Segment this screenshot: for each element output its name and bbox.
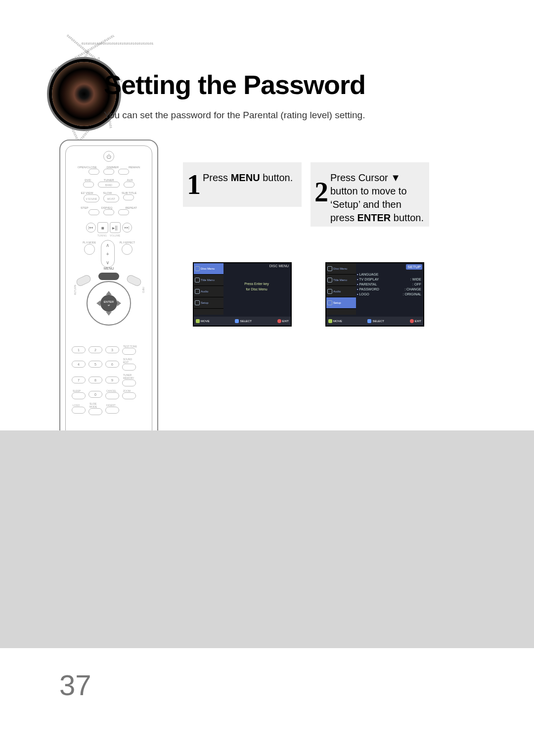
band-button: BAND [98, 182, 120, 188]
osd-setup-menu: DVD RECEIVER SETUP Disc Menu Title Menu … [325, 262, 424, 327]
step-text: Press MENU button. [203, 171, 297, 185]
setup-row: • LOGO: ORIGINAL [357, 292, 421, 296]
digest-button [105, 407, 119, 414]
down-arrow-icon [106, 312, 112, 316]
return-label: RETURN [74, 285, 77, 295]
sound-edit-button [122, 364, 136, 371]
label: ZOOM [123, 389, 137, 392]
return-button [75, 274, 92, 287]
audio-icon [327, 289, 332, 294]
power-button: ⏻ [103, 151, 114, 162]
title-icon [327, 278, 332, 283]
exit-icon [277, 319, 281, 323]
setup-icon [195, 300, 200, 305]
label: TUNER MEMORY [123, 374, 137, 379]
osd-body: • LANGUAGE • TV DISPLAY: WIDE • PARENTAL… [357, 271, 421, 314]
step-number: 2 [314, 176, 328, 208]
up-arrow-icon [106, 291, 112, 295]
page-subtitle: You can set the password for the Parenta… [104, 110, 365, 121]
osd-section: DISC MENU [269, 264, 289, 268]
dvd-button [83, 182, 94, 188]
info-button [126, 274, 142, 287]
plii-mode-button [84, 244, 95, 255]
osd-tab: Title Menu [194, 275, 223, 286]
left-arrow-icon [96, 300, 100, 306]
prev-button: |◂◂ [86, 223, 96, 233]
step-1-card: 1 Press MENU button. [183, 162, 302, 207]
move-icon [328, 319, 332, 323]
audio-icon [195, 289, 200, 294]
key-1: 1 [72, 346, 86, 353]
stop-button: ■ [97, 222, 108, 233]
key-3: 3 [105, 346, 119, 353]
label: REMAIN [129, 166, 140, 169]
label: TUNING [97, 234, 107, 237]
exit-icon [410, 319, 414, 323]
osd-tab: Disc Menu [194, 263, 223, 275]
setup-row: • PARENTAL: OFF [357, 283, 421, 286]
setup-row: • PASSWORD: CHANGE [357, 287, 421, 291]
osd-tab: Disc Menu [326, 263, 356, 275]
test-tone-button [122, 348, 136, 355]
key-5: 5 [89, 361, 102, 368]
label: STEP [81, 206, 89, 209]
label: VOLUME [110, 234, 120, 237]
volume-rocker: ∧+∨ [101, 240, 115, 268]
select-icon [235, 319, 239, 323]
dpad-ring: ENTER↵ [87, 281, 131, 326]
key-2: 2 [89, 346, 102, 353]
cancel-button [105, 392, 119, 399]
dimmer-button [103, 169, 114, 175]
next-button: ▸▸| [122, 223, 132, 233]
key-8: 8 [89, 377, 102, 383]
key-4: 4 [72, 361, 86, 368]
remote-body: ⏻ OPEN/CLOSE DIMMER REMAIN DVD TUNER AUX… [65, 145, 152, 470]
disc-icon [195, 266, 200, 271]
setup-row: • LANGUAGE [357, 273, 421, 276]
osd-tab: Audio [326, 286, 356, 297]
navigation-pad: MENU RETURN INFO ENTER↵ [79, 274, 138, 333]
label: CANCEL [106, 389, 120, 392]
page-number: 37 [59, 668, 91, 702]
step-number: 1 [187, 169, 201, 200]
dsp-button [103, 209, 114, 215]
osd-tab: Setup [326, 297, 356, 309]
osd-body: Press Enter key for Disc Menu [224, 271, 289, 314]
remain-button [118, 169, 129, 175]
enter-button: ENTER↵ [100, 295, 117, 312]
slide-mode-button [89, 408, 102, 415]
key-0: 0 [89, 391, 102, 398]
content-block [0, 430, 534, 648]
step-text: Press Cursor ▼ button to move to ‘Setup’… [330, 171, 424, 225]
info-label: INFO [142, 287, 145, 293]
page-title: Setting the Password [104, 69, 365, 100]
menu-label: MENU [104, 267, 114, 270]
plii-effect-button [122, 244, 133, 255]
repeat-button [118, 209, 129, 215]
label: SLEEP [73, 389, 87, 392]
label: REPEAT [125, 206, 137, 209]
remote-control: ⏻ OPEN/CLOSE DIMMER REMAIN DVD TUNER AUX… [59, 140, 158, 476]
osd-message: Press Enter key for Disc Menu [224, 281, 289, 292]
key-7: 7 [72, 377, 86, 383]
osd-tab: Setup [194, 297, 223, 309]
osd-footer: MOVE SELECT EXIT [194, 317, 291, 326]
vsound-button: V·SOUND [84, 194, 99, 202]
osd-tabs: Disc Menu Title Menu Audio Setup [326, 263, 356, 315]
play-pause-button: ▸|| [110, 222, 121, 233]
logo-button [72, 407, 86, 414]
setup-icon [327, 300, 332, 305]
sleep-button [72, 392, 86, 399]
zoom-button [122, 392, 136, 399]
menu-button [98, 273, 119, 280]
step-button [89, 209, 99, 215]
binary-text: 01010101010101010101010101010101010101 [82, 42, 154, 45]
subtitle-button [123, 194, 134, 200]
setup-row: • TV DISPLAY: WIDE [357, 278, 421, 281]
osd-tab: Audio [194, 286, 223, 297]
transport-row: |◂◂ ■ ▸|| ▸▸| [66, 222, 152, 233]
osd-section: SETUP [406, 264, 422, 270]
select-icon [367, 319, 371, 323]
down-triangle-icon: ▼ [391, 172, 400, 183]
osd-footer: MOVE SELECT EXIT [326, 317, 423, 326]
